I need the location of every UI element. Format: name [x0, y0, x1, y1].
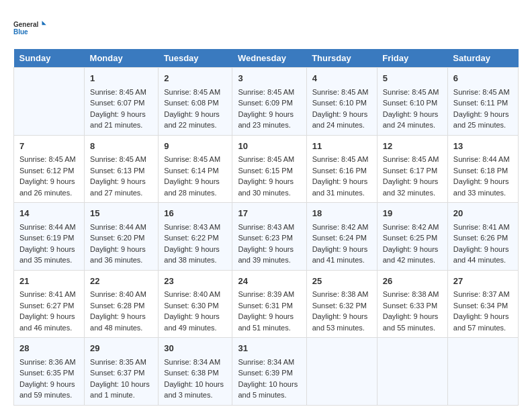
day-number: 9	[164, 140, 226, 153]
cell-line: and 3 minutes.	[164, 390, 226, 401]
cell-line: Sunrise: 8:44 AM	[90, 222, 152, 233]
cell-line: Daylight: 9 hours	[312, 311, 371, 322]
day-number: 4	[312, 72, 371, 85]
cell-line: and 21 minutes.	[90, 120, 152, 131]
day-number: 31	[238, 342, 300, 355]
cell-line: Sunset: 6:27 PM	[19, 300, 79, 312]
cell-line: Sunrise: 8:45 AM	[383, 154, 442, 165]
day-number: 27	[453, 275, 513, 288]
cell-line: Daylight: 10 hours	[238, 379, 300, 390]
day-number: 18	[312, 207, 371, 220]
cell-line: and 53 minutes.	[312, 322, 371, 334]
calendar-cell: 31Sunrise: 8:34 AMSunset: 6:39 PMDayligh…	[232, 338, 306, 406]
cell-line: Sunrise: 8:37 AM	[453, 289, 513, 300]
cell-line: and 1 minute.	[90, 390, 152, 401]
cell-line: Sunset: 6:23 PM	[238, 232, 300, 244]
header-cell-saturday: Saturday	[447, 49, 518, 68]
calendar-cell: 22Sunrise: 8:40 AMSunset: 6:28 PMDayligh…	[85, 270, 159, 338]
cell-line: Sunrise: 8:45 AM	[19, 154, 79, 165]
cell-line: Sunset: 6:09 PM	[238, 97, 300, 109]
cell-line: Daylight: 9 hours	[164, 244, 226, 255]
cell-line: Daylight: 9 hours	[90, 311, 152, 322]
cell-line: and 38 minutes.	[164, 255, 226, 266]
cell-line: Sunrise: 8:38 AM	[383, 289, 442, 300]
cell-line: and 59 minutes.	[19, 390, 79, 401]
cell-line: Sunset: 6:31 PM	[238, 300, 300, 312]
cell-line: and 23 minutes.	[238, 120, 300, 131]
cell-line: and 26 minutes.	[19, 187, 79, 199]
cell-line: Sunset: 6:32 PM	[312, 300, 371, 312]
calendar-cell: 7Sunrise: 8:45 AMSunset: 6:12 PMDaylight…	[14, 135, 85, 203]
cell-line: and 35 minutes.	[19, 255, 79, 266]
cell-line: Sunset: 6:39 PM	[238, 367, 300, 379]
day-number: 6	[453, 72, 513, 85]
cell-line: and 44 minutes.	[453, 255, 513, 266]
calendar-cell: 8Sunrise: 8:45 AMSunset: 6:13 PMDaylight…	[85, 135, 159, 203]
calendar-cell: 20Sunrise: 8:41 AMSunset: 6:26 PMDayligh…	[447, 203, 518, 271]
calendar-cell: 14Sunrise: 8:44 AMSunset: 6:19 PMDayligh…	[14, 203, 85, 271]
cell-line: Daylight: 9 hours	[90, 176, 152, 187]
calendar-cell: 25Sunrise: 8:38 AMSunset: 6:32 PMDayligh…	[306, 270, 377, 338]
cell-line: Sunset: 6:15 PM	[238, 165, 300, 177]
cell-line: Daylight: 9 hours	[164, 176, 226, 187]
calendar-cell	[377, 338, 447, 406]
header-row: SundayMondayTuesdayWednesdayThursdayFrid…	[14, 49, 519, 68]
day-number: 21	[19, 275, 79, 288]
cell-line: Sunset: 6:12 PM	[19, 165, 79, 177]
cell-line: Daylight: 9 hours	[383, 311, 442, 322]
cell-line: and 55 minutes.	[383, 322, 442, 334]
calendar-cell: 23Sunrise: 8:40 AMSunset: 6:30 PMDayligh…	[159, 270, 232, 338]
cell-line: Sunset: 6:37 PM	[90, 367, 152, 379]
cell-line: Sunset: 6:35 PM	[19, 367, 79, 379]
header-cell-wednesday: Wednesday	[232, 49, 306, 68]
cell-line: Sunrise: 8:42 AM	[383, 222, 442, 233]
cell-line: Sunrise: 8:41 AM	[19, 289, 79, 300]
cell-line: Daylight: 9 hours	[312, 176, 371, 187]
cell-line: Sunset: 6:34 PM	[453, 300, 513, 312]
cell-line: Daylight: 9 hours	[383, 176, 442, 187]
svg-text:General: General	[13, 21, 38, 28]
calendar-cell: 18Sunrise: 8:42 AMSunset: 6:24 PMDayligh…	[306, 203, 377, 271]
cell-line: Sunrise: 8:41 AM	[453, 222, 513, 233]
calendar-cell: 11Sunrise: 8:45 AMSunset: 6:16 PMDayligh…	[306, 135, 377, 203]
calendar-cell: 1Sunrise: 8:45 AMSunset: 6:07 PMDaylight…	[85, 68, 159, 136]
cell-line: Daylight: 9 hours	[312, 244, 371, 255]
calendar-cell: 29Sunrise: 8:35 AMSunset: 6:37 PMDayligh…	[85, 338, 159, 406]
day-number: 12	[383, 140, 442, 153]
calendar-cell: 4Sunrise: 8:45 AMSunset: 6:10 PMDaylight…	[306, 68, 377, 136]
day-number: 8	[90, 140, 152, 153]
cell-line: Daylight: 9 hours	[238, 244, 300, 255]
week-row-1: 7Sunrise: 8:45 AMSunset: 6:12 PMDaylight…	[14, 135, 519, 203]
cell-line: Daylight: 9 hours	[238, 176, 300, 187]
calendar-cell: 30Sunrise: 8:34 AMSunset: 6:38 PMDayligh…	[159, 338, 232, 406]
cell-line: Daylight: 10 hours	[164, 379, 226, 390]
cell-line: Sunset: 6:08 PM	[164, 97, 226, 109]
cell-line: and 24 minutes.	[312, 120, 371, 131]
day-number: 29	[90, 342, 152, 355]
cell-line: Sunrise: 8:39 AM	[238, 289, 300, 300]
logo: General Blue	[13, 13, 47, 44]
cell-line: and 41 minutes.	[312, 255, 371, 266]
calendar-cell: 10Sunrise: 8:45 AMSunset: 6:15 PMDayligh…	[232, 135, 306, 203]
calendar-cell: 13Sunrise: 8:44 AMSunset: 6:18 PMDayligh…	[447, 135, 518, 203]
header-cell-thursday: Thursday	[306, 49, 377, 68]
cell-line: and 28 minutes.	[164, 187, 226, 199]
day-number: 25	[312, 275, 371, 288]
calendar-cell	[306, 338, 377, 406]
calendar-cell: 3Sunrise: 8:45 AMSunset: 6:09 PMDaylight…	[232, 68, 306, 136]
cell-line: and 49 minutes.	[164, 322, 226, 334]
cell-line: Daylight: 9 hours	[164, 311, 226, 322]
cell-line: Sunset: 6:19 PM	[19, 232, 79, 244]
day-number: 7	[19, 140, 79, 153]
calendar-cell: 28Sunrise: 8:36 AMSunset: 6:35 PMDayligh…	[14, 338, 85, 406]
cell-line: Sunrise: 8:35 AM	[90, 357, 152, 368]
cell-line: Sunrise: 8:45 AM	[453, 87, 513, 98]
day-number: 19	[383, 207, 442, 220]
cell-line: Sunset: 6:25 PM	[383, 232, 442, 244]
cell-line: Sunset: 6:30 PM	[164, 300, 226, 312]
day-number: 3	[238, 72, 300, 85]
cell-line: Sunrise: 8:45 AM	[238, 87, 300, 98]
cell-line: Sunrise: 8:43 AM	[238, 222, 300, 233]
cell-line: Daylight: 9 hours	[453, 311, 513, 322]
calendar-table: SundayMondayTuesdayWednesdayThursdayFrid…	[13, 49, 519, 406]
